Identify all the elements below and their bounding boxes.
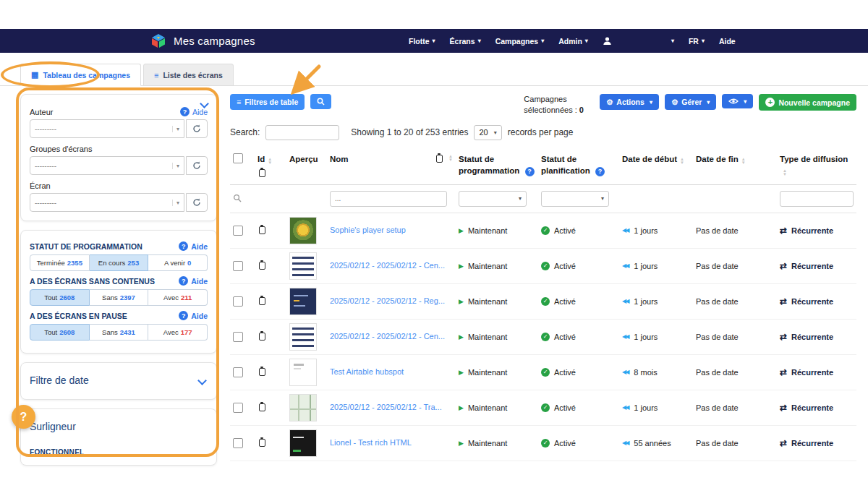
select-all-checkbox[interactable] [233,153,243,163]
stat-button-a-venir[interactable]: A venir0 [148,254,208,271]
rewind-icon: ◀◀ [622,440,628,446]
row-checkbox[interactable] [233,296,243,307]
type-diffusion-filter-input[interactable] [780,191,854,207]
stat-group-sans-contenus: Tout2608 Sans2397 Avec211 [30,289,208,306]
header-apercu: Aperçu [286,153,327,165]
user-menu[interactable] [603,36,612,46]
auteur-select[interactable]: ---------▾ [30,119,184,138]
check-circle-icon: ✓ [541,439,550,448]
sort-icon[interactable]: ▲▼ [268,158,272,165]
stat-button-en-cours[interactable]: En cours253 [90,254,149,271]
thumbnail[interactable] [289,429,317,457]
row-checkbox[interactable] [233,367,243,377]
row-checkbox[interactable] [233,403,243,413]
copy-id-button[interactable] [258,331,267,342]
stat-button-tout-pause[interactable]: Tout2608 [30,324,90,341]
copy-id-button[interactable] [258,367,267,377]
highlighter-status: FONCTIONNEL [30,448,208,456]
copy-id-button[interactable] [258,437,267,448]
groupes-ecrans-select[interactable]: ---------▾ [30,156,184,175]
nav-item-flotte[interactable]: Flotte▾ [409,37,435,46]
header-date-fin[interactable]: Date de fin▲▼ [693,153,777,165]
chevron-down-icon[interactable] [197,376,207,385]
statut-planification-filter-select[interactable]: ▾ [541,191,609,207]
header-nom[interactable]: Nom ▲▼ [327,153,456,165]
table-header: Id▲▼ Aperçu Nom ▲▼ Statut de programmati… [230,150,856,185]
brand[interactable]: Mes campagnes [150,33,255,49]
copy-id-button[interactable] [258,296,267,307]
sort-icon[interactable]: ▲▼ [448,155,453,162]
copy-id-button[interactable] [258,402,267,413]
nav-item-help[interactable]: Aide [719,37,736,46]
campaign-name-link[interactable]: 2025/02/12 - 2025/02/12 - Cen... [330,260,445,271]
thumbnail[interactable] [289,394,317,421]
copy-id-button[interactable] [258,225,267,236]
help-bubble-button[interactable]: ? [12,405,35,429]
help-link-auteur[interactable]: ? Aide [180,107,208,116]
stat-button-avec-pause[interactable]: Avec177 [148,324,208,341]
help-link-en-pause[interactable]: ?Aide [179,311,208,320]
nom-filter-input[interactable] [330,191,447,207]
nav-item-ecrans[interactable]: Écrans▾ [450,37,481,46]
stat-button-avec-contenus[interactable]: Avec211 [148,289,208,306]
copy-id-button[interactable] [258,260,267,271]
question-icon: ? [179,241,188,251]
sort-icon[interactable]: ▲▼ [783,169,787,176]
thumbnail[interactable] [289,217,317,244]
actions-button[interactable]: ⚙ Actions ▾ [600,94,659,110]
header-type-diffusion[interactable]: Type de diffusion▲▼ [777,153,856,176]
thumbnail[interactable] [289,288,317,315]
campaign-name-link[interactable]: Test Airtable hubspot [330,367,404,377]
help-link-sans-contenus[interactable]: ?Aide [179,276,208,286]
manage-button[interactable]: ⚙ Gérer ▾ [665,94,716,110]
logo-icon [150,33,166,49]
thumbnail[interactable] [289,252,317,280]
statut-programmation-filter-select[interactable]: ▾ [459,191,527,207]
campaign-name-link[interactable]: 2025/02/12 - 2025/02/12 - Reg... [330,296,445,307]
tab-tableau-des-campagnes[interactable]: ▦ Tableau des campagnes [20,64,141,86]
refresh-auteur-button[interactable] [186,119,208,138]
statut-planification-value: Activé [554,368,576,377]
table-search-input[interactable] [265,125,339,140]
header-id[interactable]: Id▲▼ [255,153,286,179]
help-link-programmation[interactable]: ?Aide [179,241,208,251]
filter-panel-selects: Auteur ? Aide ---------▾ Groupes d'écran… [20,94,217,221]
ecran-select[interactable]: ---------▾ [30,193,184,212]
row-checkbox[interactable] [233,226,243,236]
thumbnail[interactable] [289,359,317,386]
stat-button-terminee[interactable]: Terminée2355 [30,254,90,271]
nav-item-admin[interactable]: Admin▾ [558,37,588,46]
row-checkbox[interactable] [233,332,243,342]
table-filters-button[interactable]: ≡ Filtres de table [230,94,305,110]
nav-item-campagnes[interactable]: Campagnes▾ [495,37,545,46]
campaign-name-link[interactable]: 2025/02/12 - 2025/02/12 - Tra... [330,402,442,413]
row-checkbox[interactable] [233,438,243,448]
campaign-name-link[interactable]: Lionel - Test rich HTML [330,437,412,448]
question-icon[interactable]: ? [525,167,535,176]
question-icon[interactable]: ? [595,167,605,176]
thumbnail[interactable] [289,323,317,351]
new-campaign-button[interactable]: + Nouvelle campagne [759,94,856,111]
copy-names-button[interactable] [435,153,444,164]
nav-item-language[interactable]: FR▾ [689,37,705,46]
user-dropdown-caret[interactable]: ▾ [671,38,674,44]
sort-icon[interactable]: ▲▼ [741,158,746,165]
statut-planification-value: Activé [554,262,576,270]
stat-button-sans-contenus[interactable]: Sans2397 [90,289,149,306]
search-button[interactable] [310,94,331,109]
stat-button-sans-pause[interactable]: Sans2431 [90,324,149,341]
stat-button-tout-contenus[interactable]: Tout2608 [30,289,90,306]
refresh-ecran-button[interactable] [186,193,208,212]
campaign-name-link[interactable]: 2025/02/12 - 2025/02/12 - Cen... [330,331,445,342]
campaign-name-link[interactable]: Sophie's player setup [330,225,406,236]
visibility-button[interactable]: ▾ [722,94,753,108]
page-size-select[interactable]: 20 ▾ [474,125,501,140]
list-icon: ≡ [154,71,158,80]
refresh-groupes-button[interactable] [186,156,208,175]
header-date-debut[interactable]: Date de début▲▼ [619,153,693,165]
sort-icon[interactable]: ▲▼ [680,158,684,165]
row-checkbox[interactable] [233,261,243,271]
tab-liste-des-ecrans[interactable]: ≡ Liste des écrans [143,64,234,86]
statut-programmation-value: Maintenant [468,262,507,270]
copy-ids-button[interactable] [258,168,267,179]
